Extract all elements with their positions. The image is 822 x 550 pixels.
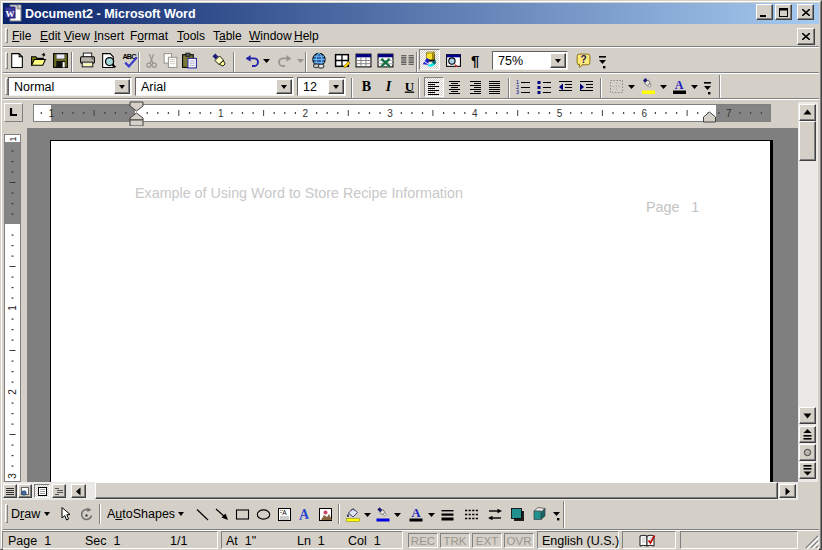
svg-text:1: 1 [218, 108, 224, 119]
svg-text:I: I [384, 79, 391, 94]
svg-text:?: ? [580, 54, 586, 65]
svg-text:A: A [411, 506, 420, 520]
svg-text:5: 5 [557, 108, 563, 119]
svg-text:2: 2 [7, 389, 18, 395]
svg-text:A: A [282, 509, 287, 516]
svg-text:A: A [297, 506, 310, 522]
svg-text:3: 3 [387, 108, 393, 119]
svg-text:4: 4 [472, 108, 478, 119]
svg-text:7: 7 [726, 108, 732, 119]
svg-text:W: W [6, 9, 15, 19]
svg-text:U: U [404, 78, 414, 93]
svg-text:3: 3 [7, 473, 18, 479]
svg-text:1: 1 [49, 108, 55, 119]
svg-text:B: B [361, 79, 370, 94]
svg-text:A: A [674, 78, 683, 92]
svg-text:¶: ¶ [471, 52, 479, 69]
svg-text:3: 3 [516, 89, 519, 95]
svg-text:2: 2 [303, 108, 309, 119]
svg-text:1: 1 [7, 305, 18, 311]
svg-text:6: 6 [641, 108, 647, 119]
svg-text:1: 1 [7, 136, 18, 141]
